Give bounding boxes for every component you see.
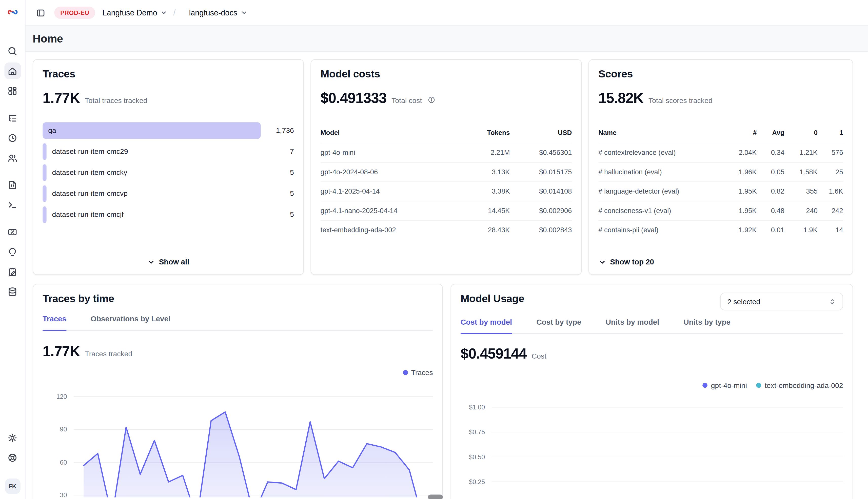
tab-cost-by-type[interactable]: Cost by type (536, 318, 581, 333)
table-row: text-embedding-ada-00228.43K$0.002843 (321, 220, 572, 240)
sidebar: FK (0, 0, 26, 499)
table-cell: 2.04K (728, 149, 757, 157)
dashboards-icon[interactable] (4, 83, 21, 99)
tab-units-by-model[interactable]: Units by model (606, 318, 659, 333)
traces-chart-legend: Traces (43, 368, 433, 377)
table-cell: 0.48 (757, 207, 784, 215)
breadcrumb-separator: / (173, 8, 176, 18)
model-usage-chart: $1.00$0.75$0.50$0.25 (461, 394, 843, 499)
table-cell: 0.82 (757, 187, 784, 195)
traces-bar-list: qa1,736dataset-run-item-cmc297dataset-ru… (43, 122, 294, 227)
org-name: Langfuse Demo (103, 8, 157, 17)
column-header-name: Name (598, 129, 728, 137)
table-cell: 1.6K (818, 187, 843, 195)
table-header-row: Name#Avg01 (598, 123, 843, 144)
y-tick-label: $0.75 (469, 428, 485, 437)
table-cell: 1.95K (728, 187, 757, 195)
evaluation-icon[interactable] (4, 223, 21, 240)
table-cell: 28.43K (457, 226, 510, 234)
table-cell: # contains-pii (eval) (598, 226, 728, 234)
tab-observations-by-level[interactable]: Observations by Level (91, 315, 170, 330)
table-cell: gpt-4.1-nano-2025-04-14 (321, 207, 457, 215)
tracing-tree-icon[interactable] (4, 110, 21, 126)
table-cell: # language-detector (eval) (598, 187, 728, 195)
model-select-dropdown[interactable]: 2 selected (720, 293, 843, 311)
annotation-clipboard-pen-icon[interactable] (4, 264, 21, 280)
sidebar-nav (4, 42, 21, 303)
table-cell: 2.21M (457, 149, 510, 157)
show-all-button[interactable]: Show all (43, 258, 294, 266)
scores-total: 15.82K (598, 89, 643, 107)
model-costs-card: Model costs $0.491333 Total cost ModelTo… (310, 59, 582, 275)
model-costs-total: $0.491333 (321, 89, 387, 107)
settings-gear-icon[interactable] (4, 429, 21, 446)
support-lifebuoy-icon[interactable] (4, 449, 21, 466)
home-icon[interactable] (4, 62, 21, 79)
tab-units-by-type[interactable]: Units by type (683, 318, 730, 333)
org-switcher[interactable]: Langfuse Demo (103, 8, 167, 17)
prompts-file-code-icon[interactable] (4, 177, 21, 193)
table-cell: gpt-4o-mini (321, 149, 457, 157)
column-header-tokens: Tokens (457, 129, 510, 137)
traces-tracked-total: 1.77K (43, 343, 80, 360)
trace-bar-row[interactable]: dataset-run-item-cmc297 (43, 143, 294, 160)
scores-total-label: Total scores tracked (649, 96, 713, 105)
table-row: gpt-4.1-2025-04-143.38K$0.014108 (321, 181, 572, 201)
table-cell: 1.96K (728, 168, 757, 176)
datasets-database-icon[interactable] (4, 283, 21, 300)
table-row: # language-detector (eval)1.95K0.823551.… (598, 181, 843, 201)
table-cell: # conciseness-v1 (eval) (598, 207, 728, 215)
traces-legend-traces[interactable]: Traces (403, 368, 433, 377)
table-cell: $0.015175 (510, 168, 572, 176)
dashboard-content: Traces 1.77K Total traces tracked qa1,73… (33, 59, 853, 499)
table-cell: text-embedding-ada-002 (321, 226, 457, 234)
model-usage-legend-text-embedding-ada-002[interactable]: text-embedding-ada-002 (756, 381, 843, 389)
topbar: PROD-EU Langfuse Demo / langfuse-docs (26, 0, 868, 26)
trace-bar-value: 5 (263, 185, 294, 202)
scores-title: Scores (598, 68, 843, 80)
langfuse-logo-icon[interactable] (6, 6, 19, 18)
show-top-20-button[interactable]: Show top 20 (598, 258, 843, 266)
column-header-1: 1 (818, 129, 843, 137)
page-header: Home (26, 26, 868, 52)
trace-bar-row[interactable]: qa1,736 (43, 122, 294, 139)
trace-bar-fill (43, 164, 46, 181)
horizontal-scrollbar-thumb[interactable] (428, 495, 443, 499)
trace-bar-value: 5 (263, 206, 294, 223)
trace-bar-track (43, 122, 261, 139)
chevron-down-icon (147, 258, 155, 266)
traces-by-time-title: Traces by time (43, 293, 433, 305)
tab-traces[interactable]: Traces (43, 315, 66, 331)
column-header-usd: USD (510, 129, 572, 137)
trace-bar-row[interactable]: dataset-run-item-cmcvp5 (43, 185, 294, 202)
playground-terminal-icon[interactable] (4, 196, 21, 213)
traces-card-title: Traces (43, 68, 294, 80)
model-costs-total-label: Total cost (391, 96, 422, 105)
table-cell: 0.05 (757, 168, 784, 176)
sessions-clock-icon[interactable] (4, 130, 21, 146)
user-avatar[interactable]: FK (5, 478, 20, 494)
table-cell: 1.95K (728, 207, 757, 215)
traces-total: 1.77K (43, 89, 80, 107)
sidebar-toggle-icon[interactable] (33, 5, 48, 20)
trace-bar-row[interactable]: dataset-run-item-cmcky5 (43, 164, 294, 181)
y-tick-label: $1.00 (469, 403, 485, 412)
trace-bar-fill (43, 206, 46, 223)
trace-bar-row[interactable]: dataset-run-item-cmcjf5 (43, 206, 294, 223)
users-icon[interactable] (4, 149, 21, 166)
model-usage-legend-gpt-4o-mini[interactable]: gpt-4o-mini (703, 381, 747, 389)
table-cell: 1.92K (728, 226, 757, 234)
table-cell: gpt-4o-2024-08-06 (321, 168, 457, 176)
model-usage-total-label: Cost (532, 352, 546, 360)
trace-bar-fill (43, 185, 46, 202)
project-switcher[interactable]: langfuse-docs (189, 8, 247, 17)
tab-cost-by-model[interactable]: Cost by model (461, 318, 512, 334)
info-icon[interactable] (428, 96, 435, 103)
table-cell: 576 (818, 149, 843, 157)
model-usage-tabs: Cost by modelCost by typeUnits by modelU… (461, 318, 843, 334)
table-cell: 1.9K (784, 226, 818, 234)
search-icon[interactable] (4, 42, 21, 59)
table-cell: 0.01 (757, 226, 784, 234)
insights-lightbulb-icon[interactable] (4, 243, 21, 260)
table-cell: 1.21K (784, 149, 818, 157)
